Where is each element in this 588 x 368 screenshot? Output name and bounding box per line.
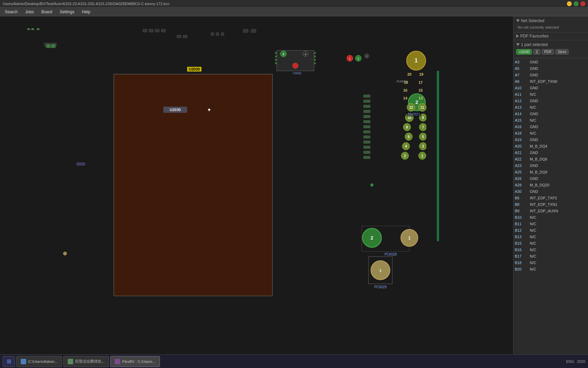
pin-list-item[interactable]: A28M_B_DQ20: [513, 182, 588, 188]
large-circle-1: 1: [406, 50, 426, 72]
menu-search[interactable]: Search: [1, 9, 21, 15]
pin-name: B8: [515, 202, 527, 208]
pin-list-item[interactable]: B13N/C: [513, 234, 588, 240]
maximize-button[interactable]: □: [574, 1, 578, 6]
pin-name: A3: [515, 59, 527, 65]
pc6028-svg: 2 1 PC6028: [360, 224, 421, 258]
pin-name: A8: [515, 79, 527, 85]
pin-list-item[interactable]: A16GND: [513, 124, 588, 130]
svg-rect-85: [363, 131, 370, 133]
pin-name: B16: [515, 247, 527, 253]
side-number-column: 20 19 18 17 16 15 14 13 12 11 10 9 8: [392, 71, 426, 167]
pin-net: N/C: [530, 266, 536, 272]
svg-rect-79: [363, 100, 370, 103]
pin-list-item[interactable]: A5GND: [513, 65, 588, 72]
pin-name: A30: [515, 189, 527, 195]
pin-list-item[interactable]: A11N/C: [513, 91, 588, 98]
pin-net: GND: [530, 176, 538, 182]
pin-name: A12: [515, 98, 527, 104]
taskbar-item-3[interactable]: FlexBV - C:/Users...: [110, 356, 160, 367]
pin-list-item[interactable]: B6INT_EDP_TXP2: [513, 195, 588, 201]
pin-net: GND: [530, 85, 538, 91]
pin-list-item[interactable]: A15N/C: [513, 117, 588, 124]
filter-chip-u2030[interactable]: U2030: [516, 49, 532, 55]
small-dot-component: [63, 251, 67, 257]
pin-list-item[interactable]: A8INT_EDP_TXN0: [513, 78, 588, 85]
pin-net: GND: [530, 111, 538, 117]
taskbar-item-2[interactable]: 巨型点位图优化...: [63, 356, 109, 367]
pin-list: A3GNDA5GNDA7GNDA8INT_EDP_TXN0A10GNDA11N/…: [513, 58, 588, 273]
svg-point-102: [63, 252, 67, 255]
pin-list-item[interactable]: B9INT_EDP_AUXN: [513, 208, 588, 214]
pin-list-item[interactable]: A26GND: [513, 175, 588, 182]
small-dot-svg: [63, 251, 67, 256]
start-button[interactable]: ⊞: [3, 356, 15, 367]
pin-net: N/C: [530, 228, 536, 233]
filter-chip-strict[interactable]: Strict: [555, 49, 569, 55]
pin-list-item[interactable]: B17N/C: [513, 253, 588, 260]
pin-list-item[interactable]: B18N/C: [513, 260, 588, 266]
pcb-canvas[interactable]: U2030 U2030: [0, 16, 513, 358]
pdf-collapse-icon: [516, 34, 519, 38]
svg-rect-3: [37, 28, 39, 30]
pin-list-item[interactable]: A12GND: [513, 98, 588, 104]
taskbar-item-1[interactable]: C:\Users\Admin...: [16, 356, 62, 367]
pin-list-item[interactable]: A14GND: [513, 111, 588, 117]
pin-list-item[interactable]: A19GND: [513, 137, 588, 143]
pin-list-item[interactable]: A18N/C: [513, 130, 588, 137]
net-selected-header[interactable]: Net Selected: [516, 18, 585, 23]
pin-name: B17: [515, 254, 527, 259]
svg-text:8: 8: [406, 125, 408, 129]
svg-text:19: 19: [419, 72, 423, 76]
pin-list-item[interactable]: B11N/C: [513, 221, 588, 227]
pin-list-item[interactable]: A25M_B_DQ9: [513, 169, 588, 175]
pin-list-item[interactable]: B12N/C: [513, 227, 588, 234]
minimize-button[interactable]: −: [567, 1, 572, 6]
svg-rect-25: [275, 62, 277, 64]
pin-list-item[interactable]: A10GND: [513, 85, 588, 91]
top-left-comp-svg: [46, 44, 56, 48]
pin-list-item[interactable]: B16N/C: [513, 247, 588, 253]
pin-list-item[interactable]: A3GND: [513, 59, 588, 65]
svg-rect-82: [363, 115, 370, 118]
pin-list-item[interactable]: A20M_B_DQ4: [513, 143, 588, 150]
pin-list-item[interactable]: B20N/C: [513, 266, 588, 273]
pin-net: GND: [530, 66, 538, 72]
taskbar-label-2: 巨型点位图优化...: [75, 359, 104, 364]
svg-text:1: 1: [421, 154, 423, 158]
pin-list-item[interactable]: A23GND: [513, 163, 588, 169]
menu-settings[interactable]: Settings: [56, 9, 78, 15]
svg-rect-14: [221, 33, 224, 35]
svg-rect-7: [149, 29, 153, 32]
pu0001-label: PU0001: [396, 80, 408, 83]
svg-rect-84: [363, 125, 370, 128]
svg-text:4: 4: [305, 53, 307, 56]
pin-list-item[interactable]: A13N/C: [513, 104, 588, 111]
pin-net: N/C: [530, 260, 536, 266]
net-selected-label: Net Selected: [521, 18, 544, 23]
filter-chip-z[interactable]: Z: [533, 49, 540, 55]
pdf-favourites-header[interactable]: PDF Favourites: [516, 34, 585, 39]
pin-net: N/C: [530, 131, 536, 136]
menu-help[interactable]: Help: [79, 9, 94, 15]
pin-list-item[interactable]: B8INT_EDP_TXN1: [513, 201, 588, 208]
menubar: Search Jobs Board Settings Help: [0, 7, 588, 16]
pin-list-item[interactable]: B15N/C: [513, 240, 588, 247]
menu-jobs[interactable]: Jobs: [22, 9, 37, 15]
svg-rect-12: [211, 33, 214, 35]
pin-list-item[interactable]: A22M_B_DQ6: [513, 156, 588, 163]
filter-chip-pdf[interactable]: PDF: [542, 49, 554, 55]
svg-text:12: 12: [409, 106, 413, 109]
menu-board[interactable]: Board: [38, 9, 55, 15]
close-button[interactable]: ×: [581, 1, 585, 6]
svg-rect-89: [363, 151, 370, 154]
pin-net: M_B_DQ4: [530, 143, 547, 149]
pin-list-item[interactable]: A30GND: [513, 188, 588, 195]
pin-name: B13: [515, 234, 527, 240]
pin-list-item[interactable]: A7GND: [513, 72, 588, 78]
u2030-label: U2030: [187, 67, 201, 72]
title-text: Users/Admin/Desktop/BV/Test/Acer/A315-23…: [3, 2, 169, 6]
pin-list-item[interactable]: B10N/C: [513, 214, 588, 221]
pin-list-item[interactable]: A21GND: [513, 150, 588, 156]
svg-point-91: [371, 184, 373, 186]
